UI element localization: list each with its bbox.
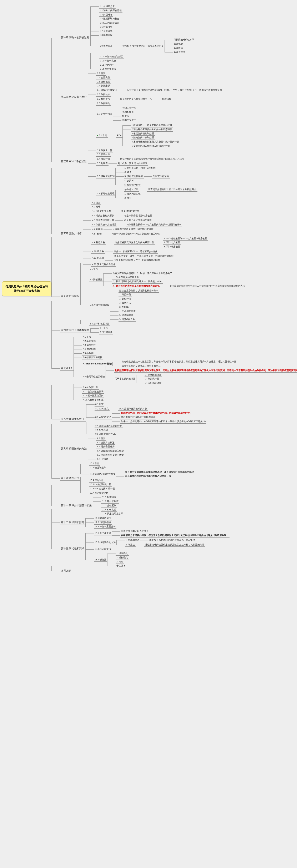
node-label[interactable]: 当名义变量的类别超过12个时候，降低基数就非常有必要了 bbox=[112, 272, 173, 276]
node-label[interactable]: 10.4 基尼系数 bbox=[89, 478, 105, 483]
chapter-node[interactable]: 第四章 预测力指标 bbox=[60, 231, 83, 236]
node-label[interactable]: IV大于0.3 强相关性，IV小于0.02属极弱相关性 bbox=[113, 258, 161, 262]
node-label[interactable]: 者是名义变量，其中一个是二分类变量，之间关联性的指标 bbox=[113, 254, 174, 258]
chapter-node[interactable]: 第二章 数据获取与整合 bbox=[60, 95, 88, 99]
node-label[interactable]: 7.8 全局零假设的检验 bbox=[82, 375, 106, 379]
chapter-node[interactable]: 第八章 粗分类和WOE bbox=[60, 417, 86, 422]
node-label[interactable]: 1.13 检测和报告 bbox=[99, 67, 117, 71]
node-label[interactable]: 2.4 数据来源 bbox=[96, 84, 111, 88]
node-label[interactable]: 4.4 斯皮尔曼相关系数 bbox=[91, 214, 115, 218]
node-label[interactable]: 那样中违约与正常的比率与整个样本中违约与正常比率的比值的对数。 bbox=[120, 411, 193, 415]
node-label[interactable]: 1. 简单增量法 bbox=[125, 538, 140, 542]
node-label[interactable]: 10.3 提升图和洛伦兹曲线 bbox=[89, 472, 116, 476]
node-label[interactable]: 13.3 验证增量法 bbox=[94, 547, 112, 551]
node-label[interactable]: 者是两个名义变量的关联性 bbox=[123, 218, 152, 222]
node-label[interactable]: 9.3 逐步变量选择 bbox=[96, 445, 115, 449]
node-label[interactable]: 2.5 建模和实施窗口 bbox=[96, 88, 118, 92]
node-label[interactable]: 2. 聚类 bbox=[124, 170, 132, 174]
node-label[interactable]: 8.5 SAS实现 bbox=[94, 428, 109, 432]
node-label[interactable]: 特征分析的目的是概括性地分析和最适给限间变量之间的关联性 bbox=[119, 157, 185, 161]
node-label[interactable]: 由业务人员知道的规则的来分其为正常or拒约 bbox=[148, 538, 196, 542]
node-label[interactable]: 2. 填补 bbox=[124, 196, 132, 200]
node-label[interactable]: 1.9 模型验证 bbox=[99, 44, 113, 48]
chapter-node[interactable]: 第七章 LR bbox=[60, 366, 73, 371]
node-label[interactable]: 2.9 完整性检验 bbox=[96, 112, 113, 116]
node-label[interactable]: 5. 均值林方差 bbox=[119, 313, 134, 317]
node-label[interactable]: 1.描述性统计，每个变量的单变量的统计 bbox=[131, 123, 173, 127]
node-label[interactable]: 3.4 特征分析 bbox=[96, 157, 111, 161]
node-label[interactable]: 者是三种情况下变量之间的关系统计量 bbox=[114, 241, 155, 245]
node-label[interactable]: 7.5 参数统计 bbox=[82, 351, 96, 355]
node-label[interactable]: 1.11 评分卡实施 bbox=[99, 59, 117, 63]
node-label[interactable]: 4.5 皮尔森卡方统计量 bbox=[91, 218, 115, 222]
node-label[interactable]: 11.4 SAS实现 bbox=[101, 508, 117, 512]
node-label[interactable]: 4.9 基尼方差 bbox=[91, 241, 106, 245]
node-label[interactable]: 5.2 降低基数 bbox=[89, 278, 103, 282]
node-label[interactable]: 9.1 引言 bbox=[96, 437, 106, 441]
node-label[interactable]: 范围和取值 bbox=[121, 110, 135, 114]
node-label[interactable]: 通过用核准的信贷确定接设距性的方法来标，比较流的方法 bbox=[144, 543, 205, 547]
node-label[interactable]: 1. 似然比统计量 bbox=[145, 373, 162, 377]
node-label[interactable]: 1、只保有定义的变量合并 bbox=[112, 276, 140, 279]
node-label[interactable]: 1. 转换为缺失值 bbox=[124, 192, 142, 196]
node-label[interactable]: 3.极端值的识别和处理 bbox=[131, 132, 155, 136]
root-node[interactable]: 信用风险评分卡研究 马姆杜•雷法特 基于sas的开发和实施 bbox=[2, 281, 52, 296]
node-label[interactable]: 者是均离散型变量 bbox=[120, 209, 140, 213]
node-label[interactable]: 2、找出现频率小的类别合并为一个新类别、other bbox=[112, 280, 163, 284]
node-label[interactable]: 2.7 数据整合 bbox=[96, 97, 111, 101]
node-label[interactable]: 9.5 控制模型里变量的数量 bbox=[96, 453, 124, 457]
node-label[interactable]: 要求该指标要适合用于处理二分类变量和一个名义变量进行重组分组的方法 bbox=[169, 284, 246, 288]
node-label[interactable]: 提升曲主要通过随机选项比较型表现，还可以和划任何得模型的比较 bbox=[124, 470, 195, 474]
chapter-node[interactable]: 参考文献 bbox=[60, 568, 72, 573]
node-label[interactable]: 将建模数据分成一定数量的预，并比较每段实际和拟合的数量，然后通过计算测试卡方统计… bbox=[121, 360, 237, 364]
chapter-node[interactable]: 第六章 信用卡样本数据集 bbox=[60, 328, 90, 333]
node-label[interactable]: 9.2 选择方法概述 bbox=[96, 441, 115, 445]
node-label[interactable]: 3.2 单变量计算 bbox=[96, 149, 113, 153]
node-label[interactable]: 样本的完整性 bbox=[121, 118, 137, 122]
node-label[interactable]: 4.1 引言 bbox=[91, 201, 101, 205]
node-label[interactable]: 10.6 ROC曲线和c-统计量 bbox=[89, 487, 116, 491]
node-label[interactable]: 2.1 引言 bbox=[96, 72, 106, 75]
node-label[interactable]: 1.5 EDA与数据描述 bbox=[99, 21, 120, 25]
node-label[interactable]: 12.2 稳定性指标 bbox=[94, 521, 112, 525]
node-label[interactable]: 3. 沃尔德统计量 bbox=[145, 381, 162, 385]
node-label[interactable]: 10.5 k-s曲线和统计量 bbox=[89, 483, 112, 487]
node-label[interactable]: 1. 一个连续变量和一个名义变量or顺序变量 bbox=[163, 237, 208, 241]
node-label[interactable]: 1. 相邻值识别（均值4-3标准差） bbox=[124, 166, 158, 170]
node-label[interactable]: 4.8 F检验 bbox=[91, 232, 102, 236]
node-label[interactable]: 10.7 整体模型评估 bbox=[89, 491, 109, 495]
node-label[interactable]: 2.6 数据校准 bbox=[96, 93, 111, 97]
node-label[interactable]: 12.1 哪做的展拍 bbox=[94, 517, 112, 520]
node-label[interactable]: 申请评分卡本记行为评分卡 bbox=[120, 529, 149, 533]
node-label[interactable]: 两个或多个变量建立的原始表 bbox=[117, 162, 148, 165]
node-label[interactable]: 8.4 证据权值来换算评分卡 bbox=[94, 424, 123, 428]
node-label[interactable]: 3. 打包 bbox=[116, 560, 124, 564]
node-label[interactable]: 计算概率0/或者是间序列测变量的关联性 bbox=[112, 227, 154, 231]
node-label[interactable]: 那准函数 bbox=[161, 97, 172, 101]
node-label[interactable]: 6.1 引言 bbox=[99, 326, 109, 330]
node-label[interactable]: 5.4 抽样和权重计算 bbox=[89, 322, 110, 326]
node-label[interactable]: 3.1 引言 bbox=[96, 134, 108, 138]
node-label[interactable]: 7.12 先验概率和权重 bbox=[82, 398, 105, 402]
node-label[interactable]: 1.4 数据获取与整合 bbox=[99, 17, 120, 21]
chapter-node[interactable]: 第十二章 检测和报告 bbox=[60, 520, 85, 525]
node-label[interactable]: 11.1 标准格式 bbox=[101, 495, 117, 499]
chapter-node[interactable]: 第九章 变量选择的方法 bbox=[60, 446, 88, 451]
node-label[interactable]: 3. 加刚嘛 bbox=[119, 305, 129, 309]
node-label[interactable]: WOE是概率比滑整成的对数 bbox=[118, 407, 148, 411]
node-label[interactable]: 每个客户的多行数据转换为一行 bbox=[119, 97, 153, 101]
node-label[interactable]: 4.6 似然比较卡方统计量 bbox=[91, 223, 117, 227]
chapter-node[interactable]: 第五章 数据准备 bbox=[60, 294, 80, 299]
node-label[interactable]: 用于零假设的统计量 bbox=[114, 377, 136, 381]
node-label[interactable]: 11.2 评分卡刻度 bbox=[101, 500, 119, 503]
node-label[interactable]: 4.3 X相关相关系数 bbox=[91, 209, 112, 213]
node-label[interactable]: 可接受的准确性水平 bbox=[173, 38, 195, 42]
node-label[interactable]: 3.6 极端值的识别 bbox=[96, 175, 115, 179]
node-label[interactable]: 7.1 引言 bbox=[82, 335, 92, 339]
node-label[interactable]: 4.10 熵方差 bbox=[91, 250, 105, 254]
node-label[interactable]: 5.3 连续变量的分段 bbox=[89, 303, 110, 307]
node-label[interactable]: 3.3 变量分布 bbox=[96, 153, 111, 157]
node-label[interactable]: 13.2 拒绝演绎的方法 bbox=[94, 540, 116, 545]
node-label[interactable]: 6.2 数据字典 bbox=[99, 331, 113, 335]
node-label[interactable]: 5. 计算G林方差 bbox=[119, 318, 136, 321]
